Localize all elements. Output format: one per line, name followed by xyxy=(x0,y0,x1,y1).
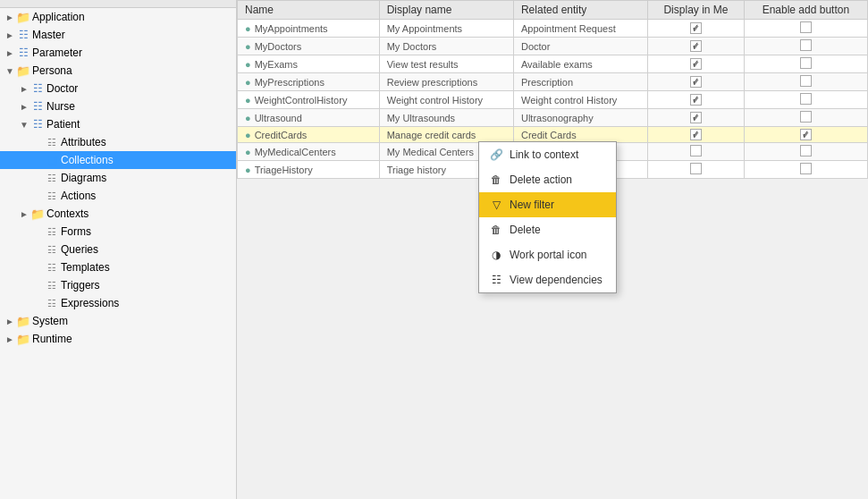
checkbox-enable-add[interactable] xyxy=(800,21,812,33)
checkbox-enable-add[interactable] xyxy=(800,93,812,105)
sidebar-item-application[interactable]: ►📁Application xyxy=(0,8,236,26)
sidebar-item-attributes[interactable]: ☷Attributes xyxy=(0,133,236,151)
expand-icon-runtime[interactable]: ► xyxy=(4,333,16,345)
checkbox-display-in-me[interactable]: ✓ xyxy=(690,58,702,70)
sidebar-item-doctor[interactable]: ►☷Doctor xyxy=(0,80,236,97)
cell-name: ●WeightControlHistory xyxy=(238,91,380,109)
checkbox-display-in-me[interactable] xyxy=(690,145,702,156)
checkbox-enable-add[interactable]: ✓ xyxy=(800,129,812,140)
sidebar-item-triggers[interactable]: ☷Triggers xyxy=(0,276,236,294)
sidebar-item-label: Runtime xyxy=(32,333,72,345)
checkbox-enable-add[interactable] xyxy=(800,145,812,156)
cell-enable-add-button[interactable] xyxy=(744,91,867,109)
sidebar-item-collections[interactable]: ▣Collections xyxy=(0,151,236,169)
sidebar-item-runtime[interactable]: ►📁Runtime xyxy=(0,330,236,348)
checkbox-enable-add[interactable] xyxy=(800,39,812,51)
cell-display-in-me[interactable]: ✓ xyxy=(648,20,745,38)
spacer-actions xyxy=(32,190,45,202)
row-name-text: MyDoctors xyxy=(255,41,302,52)
cell-enable-add-button[interactable] xyxy=(744,109,867,127)
cell-display-in-me[interactable] xyxy=(648,161,745,179)
context-menu[interactable]: 🔗Link to context🗑Delete action▽New filte… xyxy=(478,141,617,293)
table-row[interactable]: ●MyAppointmentsMy AppointmentsAppointmen… xyxy=(238,20,868,38)
checkbox-display-in-me[interactable]: ✓ xyxy=(690,112,702,123)
table-row[interactable]: ●MyExamsView test resultsAvailable exams… xyxy=(238,55,868,73)
menu-item-work-portal-icon[interactable]: ◑Work portal icon xyxy=(479,242,616,267)
cell-display-in-me[interactable]: ✓ xyxy=(648,91,745,109)
table-row[interactable]: ●MyPrescriptionsReview prescriptionsPres… xyxy=(238,73,868,91)
grid-icon: ☷ xyxy=(45,224,59,239)
cell-display-name: Review prescriptions xyxy=(379,73,513,91)
expand-icon-doctor[interactable]: ► xyxy=(18,82,30,95)
sidebar-item-patient[interactable]: ▼☷Patient xyxy=(0,115,236,133)
checkbox-display-in-me[interactable]: ✓ xyxy=(690,76,702,88)
menu-item-delete-action[interactable]: 🗑Delete action xyxy=(479,167,616,192)
menu-item-link-to-context[interactable]: 🔗Link to context xyxy=(479,142,616,167)
menu-item-view-dependencies[interactable]: ☷View dependencies xyxy=(479,267,616,292)
cell-name: ●MyExams xyxy=(238,55,380,73)
col-header-enable-add-button: Enable add button xyxy=(744,1,867,20)
sidebar-item-master[interactable]: ►☷Master xyxy=(0,26,236,44)
expand-icon-application[interactable]: ► xyxy=(4,11,16,23)
checkbox-display-in-me[interactable]: ✓ xyxy=(690,40,702,52)
sidebar-item-templates[interactable]: ☷Templates xyxy=(0,258,236,276)
cell-display-in-me[interactable]: ✓ xyxy=(648,38,745,55)
checkbox-display-in-me[interactable]: ✓ xyxy=(690,94,702,106)
cell-enable-add-button[interactable] xyxy=(744,55,867,73)
sidebar-item-label: Triggers xyxy=(61,279,100,292)
spacer-forms xyxy=(32,225,45,238)
sidebar-item-system[interactable]: ►📁System xyxy=(0,312,236,330)
cell-name: ●Ultrasound xyxy=(238,109,380,127)
sidebar-item-contexts[interactable]: ►📁Contexts xyxy=(0,205,236,223)
cell-enable-add-button[interactable] xyxy=(744,73,867,91)
cell-enable-add-button[interactable] xyxy=(744,38,867,55)
cell-enable-add-button[interactable]: ✓ xyxy=(744,127,867,143)
sidebar-item-nurse[interactable]: ►☷Nurse xyxy=(0,97,236,115)
sidebar-item-label: Contexts xyxy=(46,207,88,220)
menu-item-new-filter[interactable]: ▽New filter xyxy=(479,192,616,217)
checkbox-enable-add[interactable] xyxy=(800,57,812,69)
checkbox-display-in-me[interactable]: ✓ xyxy=(690,129,702,140)
sidebar-item-queries[interactable]: ☷Queries xyxy=(0,241,236,258)
table-row[interactable]: ●MyDoctorsMy DoctorsDoctor✓ xyxy=(238,38,868,55)
table-icon: ☷ xyxy=(30,81,45,96)
cell-related-entity: Appointment Request xyxy=(513,20,647,38)
table-row[interactable]: ●CreditCardsManage credit cardsCredit Ca… xyxy=(238,127,868,143)
checkbox-enable-add[interactable] xyxy=(800,163,812,174)
expand-icon-system[interactable]: ► xyxy=(4,315,16,327)
menu-item-delete[interactable]: 🗑Delete xyxy=(479,217,616,242)
expand-icon-contexts[interactable]: ► xyxy=(18,207,30,220)
cell-display-in-me[interactable]: ✓ xyxy=(648,55,745,73)
trash-icon: 🗑 xyxy=(488,222,504,238)
cell-name: ●MyAppointments xyxy=(238,20,380,38)
row-name-text: MyExams xyxy=(255,59,298,70)
checkbox-display-in-me[interactable]: ✓ xyxy=(690,22,702,34)
sidebar-item-forms[interactable]: ☷Forms xyxy=(0,223,236,241)
table-row[interactable]: ●UltrasoundMy UltrasoundsUltrasonography… xyxy=(238,109,868,127)
checkbox-enable-add[interactable] xyxy=(800,75,812,87)
sidebar-item-parameter[interactable]: ►☷Parameter xyxy=(0,44,236,62)
folder-icon: 📁 xyxy=(16,63,30,78)
cell-display-in-me[interactable]: ✓ xyxy=(648,109,745,127)
sidebar-item-persona[interactable]: ▼📁Persona xyxy=(0,62,236,80)
checkbox-enable-add[interactable] xyxy=(800,111,812,123)
expand-icon-persona[interactable]: ▼ xyxy=(4,64,16,77)
expand-icon-parameter[interactable]: ► xyxy=(4,47,16,59)
cell-related-entity: Ultrasonography xyxy=(513,109,647,127)
sidebar-item-expressions[interactable]: ☷Expressions xyxy=(0,294,236,312)
table-row[interactable]: ●WeightControlHistoryWeight control Hist… xyxy=(238,91,868,109)
cell-enable-add-button[interactable] xyxy=(744,143,867,161)
cell-enable-add-button[interactable] xyxy=(744,20,867,38)
cell-display-in-me[interactable]: ✓ xyxy=(648,73,745,91)
cell-display-in-me[interactable]: ✓ xyxy=(648,127,745,143)
sidebar-item-diagrams[interactable]: ☷Diagrams xyxy=(0,169,236,187)
cell-enable-add-button[interactable] xyxy=(744,161,867,179)
expand-icon-nurse[interactable]: ► xyxy=(18,100,30,113)
spacer-queries xyxy=(32,243,45,256)
expand-icon-patient[interactable]: ▼ xyxy=(18,118,30,131)
expand-icon-master[interactable]: ► xyxy=(4,29,16,41)
cell-display-name: View test results xyxy=(379,55,513,73)
checkbox-display-in-me[interactable] xyxy=(690,163,702,174)
sidebar-item-actions[interactable]: ☷Actions xyxy=(0,187,236,205)
cell-display-in-me[interactable] xyxy=(648,143,745,161)
